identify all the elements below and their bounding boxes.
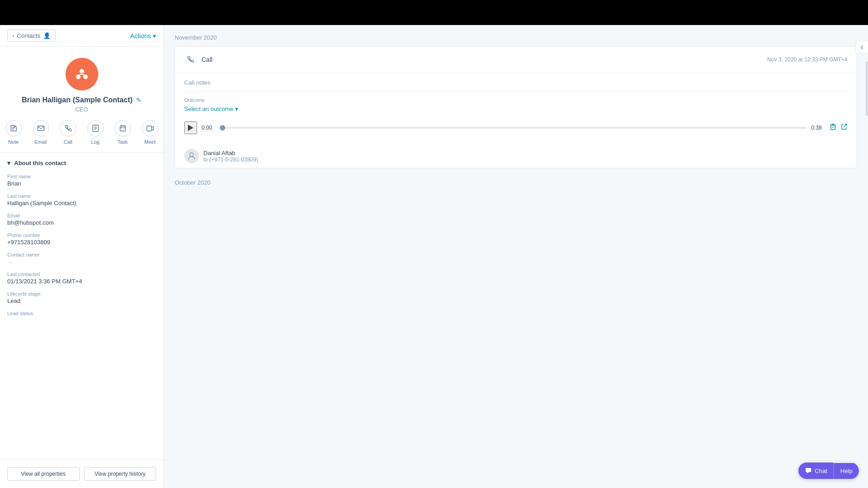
svg-rect-15: [831, 125, 835, 130]
external-link-button[interactable]: [840, 123, 848, 132]
outcome-section: Outcome Select an outcome ▾: [184, 97, 848, 112]
svg-marker-14: [188, 125, 193, 131]
call-card: Call Nov 3, 2020 at 12:33 PM GMT+4 Call …: [175, 46, 857, 168]
call-card-header-left: Call: [184, 53, 212, 66]
phone-property: Phone number +971528103809: [7, 232, 156, 246]
phone-label: Phone number: [7, 232, 156, 238]
email-icon: [33, 120, 49, 136]
scrollbar-thumb[interactable]: [866, 61, 868, 116]
contact-owner-value: —: [7, 258, 156, 265]
note-action[interactable]: Note: [5, 120, 22, 145]
play-button[interactable]: [184, 121, 197, 134]
meet-action[interactable]: Meet: [142, 120, 158, 145]
caller-number: to (+971-5-281-03809): [203, 156, 258, 163]
last-name-label: Last name: [7, 193, 156, 199]
log-label: Log: [91, 139, 99, 145]
email-action[interactable]: Email: [33, 120, 49, 145]
chat-button[interactable]: Chat: [798, 463, 833, 479]
audio-player: 0:00 0:38: [184, 118, 848, 138]
chat-widget: Chat Help: [798, 463, 859, 479]
svg-rect-13: [147, 126, 151, 131]
call-title: Call: [202, 56, 212, 63]
first-name-value: Brian: [7, 180, 156, 187]
phone-value: +971528103809: [7, 239, 156, 246]
main-content: November 2020 Call Nov 3, 2020 at 12:33 …: [164, 25, 868, 488]
actions-button[interactable]: Actions ▾: [130, 32, 156, 40]
contact-title: CEO: [75, 106, 88, 113]
svg-rect-11: [120, 126, 126, 131]
november-label: November 2020: [175, 34, 857, 41]
phone-icon: [184, 53, 197, 66]
task-icon: [115, 120, 131, 136]
outcome-label: Outcome: [184, 97, 848, 103]
lead-status-property: Lead status: [7, 311, 156, 316]
outcome-select-button[interactable]: Select an outcome ▾: [184, 106, 848, 112]
scrollbar-track: [865, 25, 868, 488]
log-icon: [87, 120, 104, 136]
outcome-chevron-icon: ▾: [235, 106, 238, 112]
help-button[interactable]: Help: [833, 463, 859, 479]
last-name-value: Halligan (Sample Contact): [7, 200, 156, 206]
call-card-body: Call notes Outcome Select an outcome ▾: [175, 73, 857, 144]
call-notes-label: Call notes: [184, 79, 848, 86]
audio-actions: [829, 123, 848, 132]
caller-name: Danial Aftab: [203, 150, 258, 156]
last-contacted-property: Last contacted 01/13/2021 3:36 PM GMT+4: [7, 272, 156, 285]
delete-audio-button[interactable]: [829, 123, 837, 132]
svg-point-18: [190, 153, 193, 156]
lifecycle-stage-label: Lifecycle stage: [7, 291, 156, 297]
call-icon: [60, 120, 76, 136]
first-name-label: First name: [7, 174, 156, 179]
contact-name: Brian Halligan (Sample Contact): [22, 96, 133, 104]
call-card-header: Call Nov 3, 2020 at 12:33 PM GMT+4: [175, 47, 857, 73]
lifecycle-stage-property: Lifecycle stage Lead: [7, 291, 156, 304]
contact-owner-label: Contact owner: [7, 252, 156, 257]
meet-label: Meet: [144, 139, 155, 145]
contact-name-row: Brian Halligan (Sample Contact) ✎: [22, 96, 142, 104]
log-action[interactable]: Log: [87, 120, 104, 145]
outcome-select-label: Select an outcome: [184, 106, 233, 112]
call-action[interactable]: Call: [60, 120, 76, 145]
email-label: Email: [7, 213, 156, 218]
chat-label: Chat: [815, 468, 827, 474]
collapse-chevron-icon: ▾: [7, 160, 10, 166]
contact-owner-property: Contact owner —: [7, 252, 156, 265]
lifecycle-stage-value: Lead: [7, 297, 156, 304]
time-end: 0:38: [811, 125, 825, 131]
sidebar-header: ‹ Contacts 👤 Actions ▾: [0, 25, 163, 47]
about-label: About this contact: [14, 160, 66, 166]
view-property-history-button[interactable]: View property history: [84, 467, 156, 481]
chevron-down-icon: ▾: [153, 32, 156, 40]
about-section: ▾ About this contact First name Brian La…: [0, 152, 163, 330]
progress-bar[interactable]: [220, 127, 807, 129]
collapse-panel-button[interactable]: [855, 41, 868, 54]
october-section: October 2020: [175, 179, 857, 186]
task-label: Task: [117, 139, 128, 145]
top-bar: [0, 0, 868, 25]
november-section: November 2020 Call Nov 3, 2020 at 12:33 …: [175, 34, 857, 168]
action-icons: Note Email: [5, 120, 158, 145]
contacts-back-button[interactable]: ‹ Contacts 👤: [7, 30, 56, 42]
chevron-left-icon: ‹: [12, 32, 14, 39]
avatar: [66, 58, 98, 91]
task-action[interactable]: Task: [115, 120, 131, 145]
lead-status-label: Lead status: [7, 311, 156, 316]
sidebar: ‹ Contacts 👤 Actions ▾: [0, 25, 164, 488]
caller-info: Danial Aftab to (+971-5-281-03809): [175, 144, 857, 168]
about-header[interactable]: ▾ About this contact: [7, 160, 156, 166]
first-name-property: First name Brian: [7, 174, 156, 187]
svg-rect-6: [38, 126, 44, 131]
note-icon: [5, 120, 22, 136]
progress-dot: [220, 125, 225, 131]
edit-icon[interactable]: ✎: [136, 96, 141, 104]
view-all-properties-button[interactable]: View all properties: [7, 467, 80, 481]
help-label: Help: [840, 468, 853, 474]
call-label: Call: [64, 139, 72, 145]
october-label: October 2020: [175, 179, 857, 186]
email-value: bh@hubspot.com: [7, 219, 156, 226]
sidebar-footer: View all properties View property histor…: [0, 459, 163, 488]
email-label: Email: [35, 139, 47, 145]
caller-details: Danial Aftab to (+971-5-281-03809): [203, 150, 258, 163]
last-contacted-label: Last contacted: [7, 272, 156, 277]
contacts-back-label: Contacts: [17, 32, 40, 39]
